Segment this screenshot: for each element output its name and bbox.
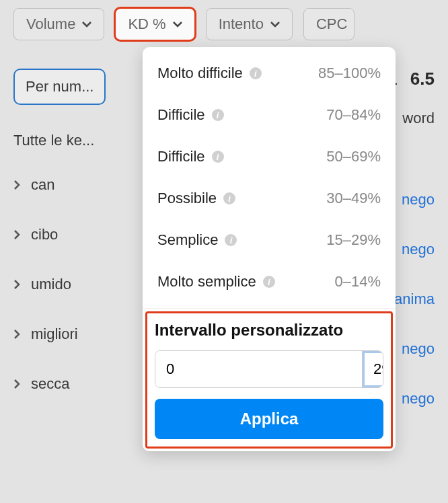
apply-button[interactable]: Applica <box>155 399 383 439</box>
list-item[interactable]: anima <box>394 291 435 308</box>
keyword-item[interactable]: secca <box>13 375 148 393</box>
kd-preset-label: Molto semplice <box>157 273 256 291</box>
kd-preset-range: 30–49% <box>326 190 381 207</box>
tab-per-numero[interactable]: Per num... <box>13 69 106 105</box>
kd-preset-range: 15–29% <box>326 231 381 249</box>
info-icon: i <box>263 276 275 288</box>
filter-intent[interactable]: Intento <box>206 8 293 40</box>
kd-preset-range: 70–84% <box>326 106 381 124</box>
result-link[interactable]: nego <box>402 241 435 258</box>
kd-preset-range: 85–100% <box>318 65 381 82</box>
filter-intent-label: Intento <box>219 15 264 33</box>
info-icon: i <box>223 192 235 204</box>
chevron-down-icon <box>82 20 91 29</box>
list-item[interactable]: nego <box>402 390 435 408</box>
chevron-right-icon <box>13 276 20 293</box>
keyword-text: umido <box>31 276 71 293</box>
list-item[interactable]: nego <box>402 191 435 208</box>
keyword-text: can <box>31 176 54 194</box>
chevron-down-icon <box>173 20 182 29</box>
kd-preset-label: Semplice <box>157 231 218 249</box>
kd-preset-item[interactable]: Molto semplicei 0–14% <box>143 261 396 303</box>
keyword-item[interactable]: umido <box>13 276 148 293</box>
kd-dropdown: Molto difficilei 85–100% Difficilei 70–8… <box>143 47 396 451</box>
chevron-right-icon <box>13 226 20 243</box>
filter-volume[interactable]: Volume <box>13 8 104 40</box>
keyword-text: secca <box>31 375 69 393</box>
kd-preset-item[interactable]: Difficilei 70–84% <box>143 94 396 136</box>
filter-cpc-label: CPC <box>316 15 347 33</box>
range-to-input[interactable] <box>362 351 383 387</box>
filter-kd[interactable]: KD % <box>115 8 194 40</box>
kd-preset-item[interactable]: Molto difficilei 85–100% <box>143 52 396 94</box>
kd-preset-label: Difficile <box>157 106 205 124</box>
result-link[interactable]: nego <box>402 340 435 357</box>
range-from-input[interactable] <box>155 351 362 387</box>
info-icon: i <box>212 151 224 163</box>
kd-custom-range: Intervallo personalizzato Applica <box>143 308 396 451</box>
keyword-item[interactable]: migliori <box>13 325 148 343</box>
tab-label: Per num... <box>26 78 94 95</box>
metric-value: 6.5 <box>410 69 435 89</box>
chevron-right-icon <box>13 375 20 393</box>
keyword-item[interactable]: can <box>13 176 148 194</box>
filter-bar: Volume KD % Intento CPC <box>0 0 448 48</box>
info-icon: i <box>212 109 224 121</box>
kd-preset-label: Possibile <box>157 190 217 207</box>
keyword-text: cibo <box>31 226 58 243</box>
custom-range-title: Intervallo personalizzato <box>155 321 383 340</box>
kd-preset-range: 0–14% <box>334 273 381 291</box>
kd-preset-range: 50–69% <box>326 148 381 165</box>
result-link[interactable]: nego <box>402 191 435 208</box>
kd-preset-label: Difficile <box>157 148 205 165</box>
filter-volume-label: Volume <box>26 15 75 33</box>
kd-preset-item[interactable]: Possibilei 30–49% <box>143 178 396 219</box>
kd-preset-item[interactable]: Difficilei 50–69% <box>143 136 396 178</box>
keyword-list: can cibo umido migliori secca <box>13 176 148 393</box>
filter-cpc[interactable]: CPC <box>303 8 354 40</box>
keyword-text: migliori <box>31 325 78 343</box>
custom-range-inputs <box>155 350 383 388</box>
kd-preset-label: Molto difficile <box>157 65 243 82</box>
list-item[interactable]: nego <box>402 340 435 358</box>
list-item[interactable]: nego <box>402 241 435 258</box>
result-link[interactable]: nego <box>402 390 435 407</box>
all-keywords-heading: Tutte le ke... <box>13 132 108 149</box>
kd-preset-list: Molto difficilei 85–100% Difficilei 70–8… <box>143 47 396 308</box>
chevron-right-icon <box>13 325 20 343</box>
info-icon: i <box>225 234 237 246</box>
chevron-down-icon <box>270 20 280 29</box>
info-icon: i <box>250 67 262 79</box>
result-link[interactable]: anima <box>394 291 435 307</box>
filter-kd-label: KD % <box>128 15 165 33</box>
keyword-item[interactable]: cibo <box>13 226 148 243</box>
kd-preset-item[interactable]: Semplicei 15–29% <box>143 219 396 261</box>
chevron-right-icon <box>13 176 20 194</box>
